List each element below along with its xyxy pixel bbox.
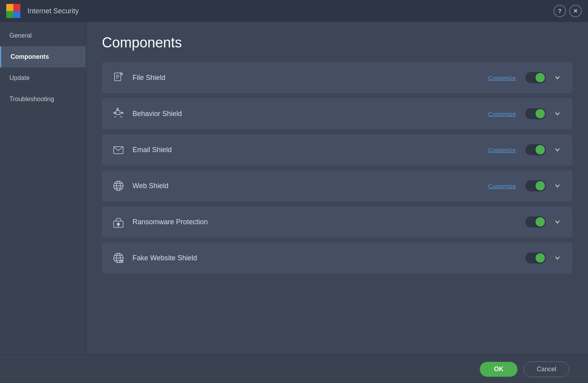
- file-shield-toggle[interactable]: [525, 72, 546, 83]
- web-shield-label: Web Shield: [132, 182, 488, 190]
- ransomware-toggle[interactable]: [525, 216, 546, 227]
- file-shield-customize[interactable]: Customize: [488, 74, 516, 81]
- ransomware-chevron[interactable]: [552, 216, 563, 227]
- sidebar-item-update[interactable]: Update: [0, 67, 86, 89]
- file-shield-icon: [111, 71, 125, 85]
- ok-button[interactable]: OK: [480, 362, 517, 377]
- web-shield-card: Web Shield Customize: [102, 170, 572, 201]
- fake-website-icon: [111, 251, 125, 265]
- close-button[interactable]: ✕: [569, 5, 582, 17]
- ransomware-card: $ Ransomware Protection: [102, 206, 572, 238]
- svg-rect-3: [13, 11, 20, 18]
- cancel-button[interactable]: Cancel: [524, 361, 569, 377]
- app-title: Internet Security: [27, 7, 79, 15]
- fake-website-card: Fake Website Shield: [102, 242, 572, 274]
- svg-line-8: [120, 73, 122, 75]
- svg-rect-2: [6, 11, 13, 18]
- email-shield-label: Email Shield: [132, 146, 488, 154]
- svg-rect-1: [13, 4, 20, 11]
- behavior-shield-label: Behavior Shield: [132, 110, 488, 118]
- avg-logo-icon: [6, 4, 20, 18]
- behavior-shield-icon: [111, 107, 125, 121]
- sidebar: General Components Update Troubleshootin…: [0, 22, 86, 355]
- web-shield-customize[interactable]: Customize: [488, 183, 516, 189]
- web-shield-toggle[interactable]: [525, 180, 546, 191]
- fake-website-label: Fake Website Shield: [132, 254, 525, 262]
- sidebar-item-troubleshooting[interactable]: Troubleshooting: [0, 89, 86, 110]
- title-bar: Internet Security ? ✕: [0, 0, 588, 22]
- email-shield-icon: [111, 143, 125, 157]
- email-shield-customize[interactable]: Customize: [488, 147, 516, 153]
- svg-rect-9: [116, 111, 120, 114]
- svg-text:$: $: [117, 222, 119, 226]
- sidebar-item-general[interactable]: General: [0, 25, 86, 46]
- svg-rect-0: [6, 4, 13, 11]
- fake-website-chevron[interactable]: [552, 252, 563, 263]
- behavior-shield-customize[interactable]: Customize: [488, 111, 516, 117]
- window-controls: ? ✕: [554, 5, 582, 17]
- behavior-shield-toggle[interactable]: [525, 108, 546, 119]
- file-shield-chevron[interactable]: [552, 72, 563, 83]
- web-shield-chevron[interactable]: [552, 180, 563, 191]
- ransomware-icon: $: [111, 215, 125, 229]
- behavior-shield-chevron[interactable]: [552, 108, 563, 119]
- email-shield-chevron[interactable]: [552, 144, 563, 155]
- file-shield-label: File Shield: [132, 74, 488, 82]
- behavior-shield-card: Behavior Shield Customize: [102, 98, 572, 129]
- help-button[interactable]: ?: [554, 5, 566, 17]
- email-shield-card: Email Shield Customize: [102, 134, 572, 165]
- footer: OK Cancel: [0, 355, 588, 383]
- file-shield-card: File Shield Customize: [102, 62, 572, 93]
- fake-website-toggle[interactable]: [525, 252, 546, 263]
- content-area: Components File Shield Customize: [86, 22, 588, 355]
- ransomware-label: Ransomware Protection: [132, 218, 525, 226]
- web-shield-icon: [111, 179, 125, 193]
- app-logo: Internet Security: [6, 4, 79, 18]
- page-title: Components: [102, 34, 572, 51]
- email-shield-toggle[interactable]: [525, 144, 546, 155]
- sidebar-item-components[interactable]: Components: [0, 46, 86, 67]
- main-layout: General Components Update Troubleshootin…: [0, 22, 588, 355]
